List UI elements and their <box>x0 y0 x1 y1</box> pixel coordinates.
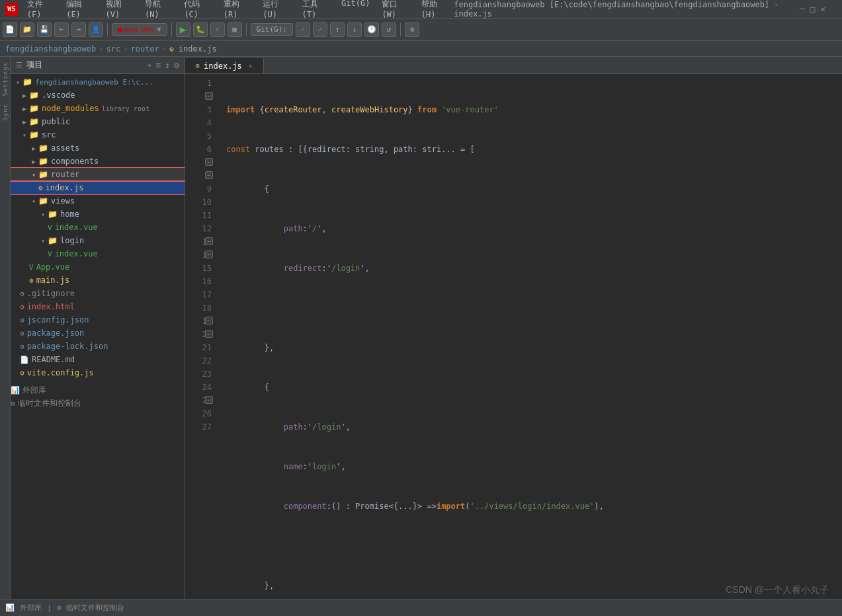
file-tree-panel: ☰ 项目 + ≡ ↕ ⚙ ▾ 📁 fengdianshangbaoweb E:\… <box>11 57 185 599</box>
tab-close-icon[interactable]: ✕ <box>249 62 253 69</box>
menu-code[interactable]: 代码(C) <box>179 0 216 20</box>
menu-window[interactable]: 窗口(W) <box>376 0 414 20</box>
git-pull-btn[interactable]: ↓ <box>347 22 362 37</box>
menu-edit[interactable]: 编辑(E) <box>61 0 99 20</box>
tree-item-home-index[interactable]: V index.vue <box>11 221 185 234</box>
fold-2[interactable]: − <box>205 92 213 100</box>
tree-add-icon[interactable]: + <box>147 60 152 70</box>
tree-item-scratch[interactable]: ⚙ 临时文件和控制台 <box>11 397 185 410</box>
code-text[interactable]: import {createRouter, createWebHistory} … <box>218 74 842 599</box>
tree-item-readme[interactable]: 📄 README.md <box>11 353 185 366</box>
ln-19: 19 − <box>185 315 212 328</box>
tree-sort-icon[interactable]: ↕ <box>165 60 170 70</box>
tree-item-router[interactable]: ▾ 📁 router <box>11 168 185 181</box>
user-btn[interactable]: 👤 <box>89 22 103 37</box>
tree-item-index-js[interactable]: ⚙ index.js <box>11 181 185 194</box>
menu-refactor[interactable]: 重构(R) <box>218 0 256 20</box>
menu-tools[interactable]: 工具(T) <box>297 0 335 20</box>
git-check-btn[interactable]: ✓ <box>296 22 310 37</box>
ln-3: 3 <box>185 103 212 116</box>
tree-item-app-vue[interactable]: V App.vue <box>11 260 185 274</box>
file-tree-content: ▾ 📁 fengdianshangbaoweb E:\c... ▶ 📁 .vsc… <box>11 74 185 411</box>
save-btn[interactable]: 💾 <box>37 22 52 37</box>
settings-btn[interactable]: ⚙ <box>405 22 419 37</box>
fold-20[interactable]: − <box>205 330 213 338</box>
breadcrumb-project[interactable]: fengdianshangbaoweb <box>5 44 96 54</box>
title-bar: WS 文件(F) 编辑(E) 视图(V) 导航(N) 代码(C) 重构(R) 运… <box>0 0 842 19</box>
tree-item-node-modules[interactable]: ▶ 📁 node_modules library root <box>11 102 185 115</box>
git-btn[interactable]: Git(G): <box>251 23 293 36</box>
tree-collapse-icon[interactable]: ≡ <box>156 60 161 70</box>
code-line-10: name:'login', <box>224 460 842 473</box>
menu-help[interactable]: 帮助(H) <box>416 0 454 20</box>
breadcrumb-router[interactable]: router <box>130 44 159 54</box>
breadcrumb-src[interactable]: src <box>106 44 121 54</box>
tree-item-index-html[interactable]: ⚙ index.html <box>11 300 185 313</box>
ln-14: 14 − <box>185 249 212 262</box>
ln-23: 23 <box>185 367 212 381</box>
forward-btn[interactable]: → <box>71 22 86 37</box>
ln-16: 16 <box>185 275 212 288</box>
tree-item-components[interactable]: ▶ 📁 components <box>11 155 185 168</box>
debug-btn[interactable]: 🐛 <box>193 22 208 37</box>
fold-25[interactable]: − <box>205 396 213 404</box>
ln-11: 11 <box>185 209 212 222</box>
tree-item-external-libs[interactable]: 📊 外部库 <box>11 383 185 397</box>
tree-item-package-lock[interactable]: ⚙ package-lock.json <box>11 340 185 353</box>
code-content-area[interactable]: 1 2 − 3 4 5 6 7 − 8 − 9 10 11 12 13 − <box>185 74 842 599</box>
sep3 <box>246 23 247 36</box>
menu-view[interactable]: 视图(V) <box>101 0 138 20</box>
ln-15: 15 <box>185 262 212 275</box>
code-line-8: { <box>224 381 842 394</box>
npm-run-btn[interactable]: ■ npm dev ▼ <box>112 23 167 36</box>
stop-btn[interactable]: ■ <box>228 22 242 37</box>
run-btn[interactable]: ▶ <box>176 22 190 37</box>
tree-item-public[interactable]: ▶ 📁 public <box>11 115 185 128</box>
tree-item-home-folder[interactable]: ▾ 📁 home <box>11 208 185 221</box>
open-btn[interactable]: 📁 <box>20 22 34 37</box>
tree-item-views[interactable]: ▾ 📁 views <box>11 194 185 208</box>
git-clock-btn[interactable]: 🕐 <box>364 22 379 37</box>
git-push-btn[interactable]: ↑ <box>330 22 345 37</box>
tree-item-vite-config[interactable]: ⚙ vite.config.js <box>11 366 185 379</box>
tree-item-login-index[interactable]: V index.vue <box>11 247 185 260</box>
tree-settings-icon[interactable]: ⚙ <box>174 60 179 70</box>
git-check2-btn[interactable]: ✓ <box>313 22 327 37</box>
menu-git[interactable]: Git(G) <box>336 0 375 20</box>
tree-root[interactable]: ▾ 📁 fengdianshangbaoweb E:\c... <box>11 75 185 89</box>
tree-item-jsconfig[interactable]: ⚙ jsconfig.json <box>11 313 185 327</box>
fold-13[interactable]: − <box>205 237 213 245</box>
menu-run[interactable]: 运行(U) <box>257 0 295 20</box>
tab-index-js[interactable]: ⚙ index.js ✕ <box>185 58 264 73</box>
fold-7[interactable]: − <box>205 158 213 166</box>
close-btn[interactable]: ✕ <box>820 4 825 14</box>
coverage-btn[interactable]: ⚡ <box>210 22 225 37</box>
code-line-5: redirect:'/login', <box>224 262 842 275</box>
minimize-btn[interactable]: ─ <box>800 4 805 14</box>
breadcrumb: fengdianshangbaoweb › src › router › ⚙ i… <box>0 41 842 57</box>
tree-item-login-folder[interactable]: ▾ 📁 login <box>11 234 185 247</box>
ln-9: 9 <box>185 182 212 196</box>
back-btn[interactable]: ← <box>54 22 69 37</box>
status-external[interactable]: 外部库 <box>20 603 42 613</box>
fold-19[interactable]: − <box>205 317 213 325</box>
sep2 <box>171 23 172 36</box>
status-scratch[interactable]: 临时文件和控制台 <box>66 603 124 613</box>
ln-4: 4 <box>185 116 212 130</box>
tree-item-gitignore[interactable]: ⚙ .gitignore <box>11 287 185 300</box>
fold-8[interactable]: − <box>205 171 213 179</box>
tree-item-assets[interactable]: ▶ 📁 assets <box>11 141 185 155</box>
menu-nav[interactable]: 导航(N) <box>140 0 177 20</box>
maximize-btn[interactable]: □ <box>810 4 815 14</box>
tree-item-package-json[interactable]: ⚙ package.json <box>11 327 185 340</box>
title-bar-left: WS 文件(F) 编辑(E) 视图(V) 导航(N) 代码(C) 重构(R) 运… <box>5 0 454 20</box>
tree-item-vscode[interactable]: ▶ 📁 .vscode <box>11 89 185 102</box>
ln-17: 17 <box>185 288 212 301</box>
tree-item-src[interactable]: ▾ 📁 src <box>11 128 185 141</box>
tree-item-main-js[interactable]: ⚙ main.js <box>11 274 185 287</box>
fold-14[interactable]: − <box>205 250 213 258</box>
new-file-btn[interactable]: 📄 <box>3 22 17 37</box>
menu-file[interactable]: 文件(F) <box>22 0 60 20</box>
ln-20: 20 − <box>185 328 212 341</box>
git-revert-btn[interactable]: ↺ <box>382 22 396 37</box>
